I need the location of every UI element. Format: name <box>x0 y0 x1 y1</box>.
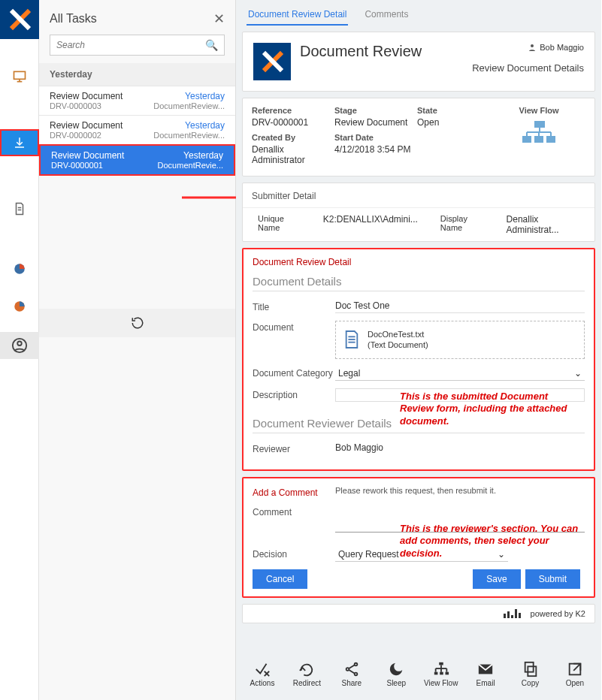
save-button[interactable]: Save <box>473 569 520 589</box>
startdate-label: Start Date <box>334 133 417 142</box>
section-document-details: Document Details <box>253 275 585 291</box>
category-label: Document Category <box>253 367 335 379</box>
action-actions[interactable]: Actions <box>245 661 280 700</box>
refresh-button[interactable] <box>39 309 235 337</box>
user-icon <box>528 43 537 52</box>
task-item-selected[interactable]: Review DocumentYesterday DRV-0000001Docu… <box>39 144 235 176</box>
svg-rect-15 <box>546 136 555 143</box>
detail-tabs: Document Review Detail Comments <box>236 0 601 26</box>
reviewer-value: Bob Maggio <box>335 442 585 454</box>
task-item[interactable]: Review DocumentYesterday DRV-0000002Docu… <box>39 115 235 144</box>
reference-value: DRV-0000001 <box>252 117 334 131</box>
action-share[interactable]: Share <box>334 661 369 700</box>
search-icon[interactable]: 🔍 <box>199 39 224 51</box>
description-input[interactable] <box>335 388 585 402</box>
state-label: State <box>417 106 492 115</box>
task-wf: DocumentRevie... <box>158 161 223 170</box>
svg-rect-13 <box>522 136 531 143</box>
action-copy[interactable]: Copy <box>513 661 548 700</box>
presentation-icon <box>12 69 27 84</box>
uniquename-value: K2:DENALLIX\Admini... <box>323 214 418 225</box>
document-review-detail-card: Document Review Detail Document Details … <box>242 248 595 471</box>
submit-button[interactable]: Submit <box>525 569 580 589</box>
title-label: Title <box>253 300 335 312</box>
svg-rect-0 <box>14 71 25 79</box>
task-ref: DRV-0000001 <box>51 161 103 170</box>
app-logo <box>0 0 39 39</box>
task-sidebar: All Tasks ✕ 🔍 Yesterday Review DocumentY… <box>39 0 236 700</box>
svg-rect-38 <box>440 672 443 675</box>
powered-by-footer: powered by K2 <box>242 604 595 623</box>
search-input[interactable] <box>50 35 199 55</box>
action-bar: Actions Redirect Share Sleep View Flow E… <box>236 658 601 700</box>
close-icon[interactable]: ✕ <box>213 11 225 27</box>
task-date: Yesterday <box>183 150 223 161</box>
svg-rect-26 <box>511 615 513 618</box>
review-card-title: Document Review Detail <box>253 257 585 267</box>
action-sleep[interactable]: Sleep <box>379 661 413 700</box>
header-card: Document Review Bob Maggio Review Docume… <box>242 32 595 92</box>
viewflow-label: View Flow <box>519 106 559 115</box>
reference-label: Reference <box>252 106 334 115</box>
metadata-card: Reference Stage State View Flow DRV-0000… <box>242 98 595 177</box>
svg-rect-24 <box>504 614 506 618</box>
tab-document-review-detail[interactable]: Document Review Detail <box>247 6 348 26</box>
open-external-icon <box>567 661 583 677</box>
rail-item-forms[interactable] <box>0 194 39 224</box>
tab-comments[interactable]: Comments <box>363 6 410 26</box>
search-input-wrapper[interactable]: 🔍 <box>50 35 225 56</box>
comment-label: Comment <box>253 505 335 517</box>
task-item[interactable]: Review DocumentYesterday DRV-0000003Docu… <box>39 86 235 115</box>
redirect-icon <box>298 661 315 677</box>
category-select[interactable]: Legal⌄ <box>335 367 585 381</box>
document-label: Document <box>253 321 335 333</box>
rail-item-inbox[interactable] <box>0 129 39 156</box>
decision-select[interactable]: Query Request⌄ <box>335 548 508 562</box>
task-ref: DRV-0000002 <box>50 131 101 140</box>
chevron-down-icon: ⌄ <box>574 368 582 379</box>
task-date: Yesterday <box>185 91 225 101</box>
rail-item-report1[interactable] <box>0 254 39 284</box>
svg-point-31 <box>346 668 349 671</box>
copy-icon <box>522 661 539 677</box>
comment-placeholder-hint: Please rework this request, then resubmi… <box>335 486 585 495</box>
attachment-box[interactable]: DocOneTest.txt(Text Document) <box>335 321 585 359</box>
submitter-card: Submitter Detail Unique Name K2:DENALLIX… <box>242 183 595 242</box>
page-subtitle: Review Document Details <box>472 62 584 74</box>
flow-icon <box>433 661 449 677</box>
svg-line-34 <box>349 665 354 669</box>
svg-point-8 <box>17 342 22 346</box>
k2-bars-icon <box>504 609 526 618</box>
rail-item-profile[interactable] <box>0 332 39 359</box>
decision-value: Query Request <box>338 549 399 560</box>
moon-icon <box>388 661 404 677</box>
task-title: Review Document <box>50 91 123 101</box>
page-title: Document Review <box>300 43 422 60</box>
powered-by-label: powered by K2 <box>531 609 585 618</box>
task-title: Review Document <box>51 150 124 161</box>
svg-rect-14 <box>534 136 543 143</box>
state-value: Open <box>417 117 492 131</box>
action-open[interactable]: Open <box>558 661 592 700</box>
cancel-button[interactable]: Cancel <box>253 569 307 589</box>
flow-chart-icon[interactable] <box>521 119 557 146</box>
createdby-label: Created By <box>252 133 334 142</box>
current-user: Bob Maggio <box>540 43 584 52</box>
svg-line-49 <box>573 664 580 671</box>
check-x-icon <box>254 661 271 677</box>
comment-textarea[interactable] <box>335 505 585 533</box>
share-icon <box>343 661 360 677</box>
document-icon <box>13 202 26 216</box>
chevron-down-icon: ⌄ <box>498 549 505 560</box>
sidebar-title: All Tasks <box>50 12 97 26</box>
rail-item-workspace[interactable] <box>0 62 39 92</box>
rail-item-report2[interactable] <box>0 291 39 321</box>
action-viewflow[interactable]: View Flow <box>424 661 458 700</box>
action-redirect[interactable]: Redirect <box>289 661 324 700</box>
svg-rect-36 <box>439 662 443 665</box>
detail-pane: Document Review Detail Comments Document… <box>236 0 601 700</box>
comment-card: Add a CommentPlease rework this request,… <box>242 477 595 598</box>
svg-point-32 <box>355 663 358 666</box>
createdby-value: Denallix Administrator <box>252 144 334 168</box>
action-email[interactable]: Email <box>468 661 503 700</box>
